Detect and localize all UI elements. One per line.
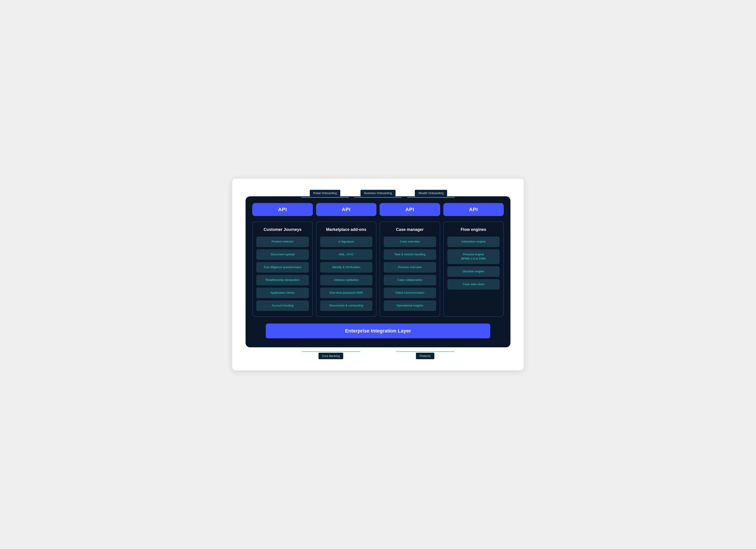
item-relationship-declaration: Relathionship declaration bbox=[256, 275, 309, 285]
item-identity-verification: Identity & Verification bbox=[320, 262, 373, 273]
item-task-events: Task & events handling bbox=[384, 249, 436, 260]
fintechs-line bbox=[396, 351, 454, 352]
api-btn-4[interactable]: API bbox=[443, 203, 504, 216]
item-document-upload: Document upload bbox=[256, 249, 309, 260]
api-btn-1[interactable]: API bbox=[252, 203, 313, 216]
item-interaction-engine: Interaction engine bbox=[447, 237, 500, 247]
item-process-engine: Process engine BPMN 2.0 & DMN bbox=[447, 249, 500, 264]
core-banking-line bbox=[302, 351, 360, 352]
item-aml-kyc: AML / KYC bbox=[320, 249, 373, 260]
flow-engines-title: Flow engines bbox=[447, 227, 500, 232]
case-manager-title: Case manager bbox=[384, 227, 436, 232]
marketplace-list: e-Signature AML / KYC Identity & Verific… bbox=[320, 237, 373, 311]
customer-journeys-title: Customer Journeys bbox=[256, 227, 309, 232]
top-label-business: Business Onboarding bbox=[352, 190, 404, 198]
marketplace-title: Marketplace add-ons bbox=[320, 227, 373, 232]
columns-grid: Customer Journeys Product selector Docum… bbox=[252, 222, 504, 316]
bottom-label-fintechs: Fintechs bbox=[396, 351, 454, 359]
item-decision-engine: Decision engine bbox=[447, 266, 500, 277]
diagram-wrapper: Retail Onboarding Business Onboarding We… bbox=[232, 179, 524, 370]
fintechs-label: Fintechs bbox=[416, 353, 434, 359]
item-case-data-store: Case data store bbox=[447, 279, 500, 289]
business-onboarding-label: Business Onboarding bbox=[360, 190, 396, 196]
customer-journeys-list: Product selector Document upload Due dil… bbox=[256, 237, 309, 311]
item-esignature: e-Signature bbox=[320, 237, 373, 247]
item-due-diligence: Due diligence questionnaire bbox=[256, 262, 309, 273]
case-manager-list: Case overview Task & events handling Pro… bbox=[384, 237, 436, 311]
business-connector-line bbox=[354, 197, 402, 198]
bottom-connector-area: Core Banking Fintechs bbox=[246, 351, 510, 359]
column-marketplace: Marketplace add-ons e-Signature AML / KY… bbox=[316, 222, 377, 316]
wealth-connector-line bbox=[407, 197, 455, 198]
column-flow-engines: Flow engines Interaction engine Process … bbox=[443, 222, 504, 316]
column-customer-journeys: Customer Journeys Product selector Docum… bbox=[252, 222, 313, 316]
retail-connector-line bbox=[301, 197, 349, 198]
main-container: API API API API Customer Journeys Produc… bbox=[246, 196, 510, 347]
integration-layer: Enterprise Integration Layer bbox=[266, 323, 490, 338]
core-banking-label: Core Banking bbox=[319, 353, 343, 359]
item-case-overview: Case overview bbox=[384, 237, 436, 247]
item-operational-insights: Operational insights bbox=[384, 300, 436, 311]
wealth-onboarding-label: Wealth Onboarding bbox=[415, 190, 447, 196]
flow-engines-list: Interaction engine Process engine BPMN 2… bbox=[447, 237, 500, 289]
column-case-manager: Case manager Case overview Task & events… bbox=[380, 222, 440, 316]
item-product-selector: Product selector bbox=[256, 237, 309, 247]
item-application-centre: Application centre bbox=[256, 287, 309, 298]
item-client-communication: Client communication bbox=[384, 287, 436, 298]
item-otp-sms: One-time password SMS bbox=[320, 287, 373, 298]
api-btn-3[interactable]: API bbox=[380, 203, 440, 216]
item-address-validation: Address validation bbox=[320, 275, 373, 285]
top-label-wealth: Wealth Onboarding bbox=[404, 190, 457, 198]
bottom-label-core-banking: Core Banking bbox=[302, 351, 360, 359]
item-account-funding: Account funding bbox=[256, 300, 309, 311]
api-buttons-row: API API API API bbox=[252, 203, 504, 216]
api-btn-2[interactable]: API bbox=[316, 203, 377, 216]
item-case-collaboration: Case collaboration bbox=[384, 275, 436, 285]
item-documents-contracting: Documents & contracting bbox=[320, 300, 373, 311]
item-process-overview: Process overview bbox=[384, 262, 436, 273]
top-label-retail: Retail Onboarding bbox=[299, 190, 352, 198]
retail-onboarding-label: Retail Onboarding bbox=[310, 190, 341, 196]
